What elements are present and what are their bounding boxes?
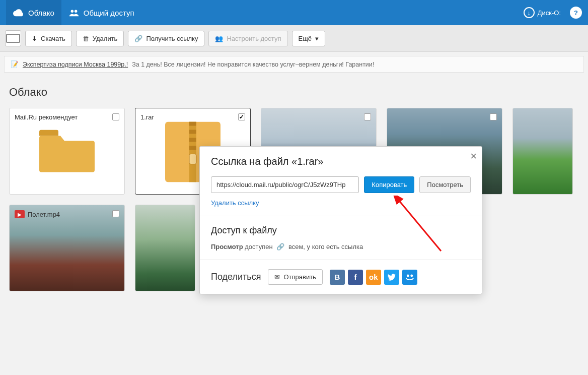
toolbar: ⬇ Скачать 🗑 Удалить 🔗 Получить ссылку 👥 … xyxy=(0,25,588,52)
svg-point-0 xyxy=(70,10,74,13)
close-button[interactable]: × xyxy=(470,151,477,162)
nav-shared-label: Общий доступ xyxy=(84,9,134,17)
social-buttons: B f ok xyxy=(330,270,417,285)
share-link-modal: × Ссылка на файл «1.rar» Копировать Посм… xyxy=(199,146,482,294)
file-card-image[interactable] xyxy=(135,205,195,291)
share-ok-button[interactable]: ok xyxy=(366,270,381,285)
nav-cloud-tab[interactable]: Облако xyxy=(6,0,61,25)
delete-button[interactable]: 🗑 Удалить xyxy=(76,31,124,46)
card-checkbox[interactable] xyxy=(238,113,245,120)
video-name: Полет.mp4 xyxy=(28,211,60,218)
view-button[interactable]: Посмотреть xyxy=(419,176,471,193)
page-title: Облако xyxy=(0,77,588,108)
svg-rect-8 xyxy=(189,154,196,164)
svg-rect-5 xyxy=(189,130,196,134)
access-view: Просмотр xyxy=(211,243,243,251)
more-button[interactable]: Ещё ▾ xyxy=(292,31,326,46)
link-icon: 🔗 xyxy=(134,35,142,42)
mail-icon: ✉ xyxy=(274,273,280,281)
disko-button[interactable]: ↓ Диск-О: xyxy=(524,7,561,18)
disko-label: Диск-О: xyxy=(538,9,561,17)
card-label: 1.rar xyxy=(140,113,154,121)
modal-title: Ссылка на файл «1.rar» xyxy=(211,156,471,167)
copy-button[interactable]: Копировать xyxy=(364,176,414,193)
svg-point-1 xyxy=(75,10,78,13)
file-card-image[interactable] xyxy=(512,108,573,195)
select-all-checkbox[interactable] xyxy=(5,30,21,46)
card-checkbox[interactable] xyxy=(112,113,119,120)
svg-point-9 xyxy=(407,275,409,276)
download-button[interactable]: ⬇ Скачать xyxy=(25,31,72,46)
get-link-button[interactable]: 🔗 Получить ссылку xyxy=(128,31,204,46)
ad-banner: 📝 Экспертиза подписи Москва 1999р.! За 1… xyxy=(4,56,584,73)
share-title: Поделиться xyxy=(211,272,261,282)
file-card-folder[interactable]: Mail.Ru рекомендует xyxy=(9,108,125,195)
file-card-video[interactable]: ▶ Полет.mp4 xyxy=(9,205,125,291)
video-icon: ▶ xyxy=(15,210,25,218)
trash-icon: 🗑 xyxy=(83,35,89,42)
access-available: доступен xyxy=(245,243,272,251)
share-vk-button[interactable]: B xyxy=(330,270,345,285)
access-for: всем, у кого есть ссылка xyxy=(288,243,363,251)
get-link-label: Получить ссылку xyxy=(146,35,198,42)
more-label: Ещё xyxy=(299,35,312,42)
access-row: Просмотр доступен 🔗 всем, у кого есть сс… xyxy=(211,243,471,251)
nav-shared-tab[interactable]: Общий доступ xyxy=(61,0,141,25)
configure-access-label: Настроить доступ xyxy=(227,35,281,42)
card-label: Mail.Ru рекомендует xyxy=(15,113,78,121)
send-label: Отправить xyxy=(283,273,316,281)
cloud-icon xyxy=(13,9,24,17)
svg-rect-4 xyxy=(189,122,196,126)
configure-access-button[interactable]: 👥 Настроить доступ xyxy=(208,31,287,46)
people-small-icon: 👥 xyxy=(215,35,223,42)
nav-cloud-label: Облако xyxy=(28,9,54,17)
card-checkbox[interactable] xyxy=(112,210,119,217)
svg-rect-6 xyxy=(189,138,196,142)
share-moimir-button[interactable] xyxy=(402,270,417,285)
send-email-button[interactable]: ✉ Отправить xyxy=(268,269,322,285)
delete-label: Удалить xyxy=(93,35,118,42)
link-small-icon: 🔗 xyxy=(276,243,284,251)
ad-link[interactable]: Экспертиза подписи Москва 1999р.! xyxy=(23,61,128,68)
top-bar: Облако Общий доступ ↓ Диск-О: ? xyxy=(0,0,588,25)
chevron-down-icon: ▾ xyxy=(315,35,319,42)
svg-rect-7 xyxy=(189,146,196,150)
people-icon xyxy=(68,9,80,17)
ad-text: За 1 день! Все лицензии! Не понравится к… xyxy=(132,61,374,68)
share-fb-button[interactable]: f xyxy=(348,270,363,285)
ad-mark-icon: 📝 xyxy=(11,60,19,68)
card-label: ▶ Полет.mp4 xyxy=(15,210,60,218)
card-checkbox[interactable] xyxy=(364,113,371,120)
download-icon: ⬇ xyxy=(32,35,37,42)
share-tw-button[interactable] xyxy=(384,270,399,285)
download-label: Скачать xyxy=(41,35,65,42)
help-button[interactable]: ? xyxy=(570,7,582,19)
link-input[interactable] xyxy=(211,176,359,193)
download-circle-icon: ↓ xyxy=(524,7,535,18)
svg-point-10 xyxy=(411,275,412,276)
delete-link[interactable]: Удалить ссылку xyxy=(211,199,259,207)
folder-icon xyxy=(39,130,95,176)
card-checkbox[interactable] xyxy=(490,113,497,120)
access-title: Доступ к файлу xyxy=(211,225,471,236)
